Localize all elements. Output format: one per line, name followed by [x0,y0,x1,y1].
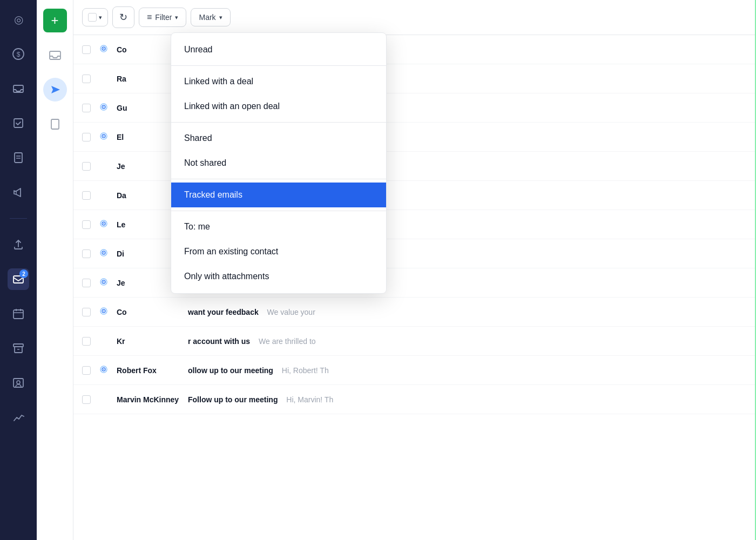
nav-divider-1 [10,218,27,219]
filter-to-me-label: To: me [184,222,210,232]
row-7-checkbox[interactable] [82,249,91,258]
mail-nav-icon[interactable]: 2 [8,268,29,290]
filter-chevron-icon: ▾ [175,14,178,21]
doc-sidebar-btn[interactable] [43,112,67,136]
checkbox-chevron[interactable]: ▾ [99,14,102,21]
row-1-checkbox[interactable] [82,75,91,83]
filter-attachments-label: Only with attachments [184,272,269,281]
svg-point-36 [103,281,104,282]
filter-dropdown: Unread Linked with a deal Linked with an… [171,32,387,294]
svg-point-27 [103,136,104,137]
svg-rect-9 [14,310,23,319]
svg-rect-18 [51,119,59,129]
svg-point-30 [103,223,104,224]
track-icon-3 [97,132,110,142]
calendar-icon[interactable] [8,303,29,325]
document-icon[interactable] [8,147,29,168]
sender-9: Co [117,308,181,316]
preview-9: We value your [265,308,315,316]
chart-icon[interactable] [8,407,29,428]
svg-point-21 [103,48,104,49]
filter-linked-deal[interactable]: Linked with a deal [171,69,386,94]
inbox-sidebar-btn[interactable] [43,43,67,67]
email-row-11[interactable]: Robert Fox ollow up to our meeting Hi, R… [73,356,755,385]
svg-text:$: $ [17,51,21,58]
filter-shared[interactable]: Shared [171,126,386,151]
contacts-icon[interactable] [8,372,29,394]
dollar-icon[interactable]: $ [8,43,29,65]
inbox-icon[interactable] [8,78,29,99]
upload-icon[interactable] [8,234,29,255]
row-11-checkbox[interactable] [82,366,91,375]
filter-linked-open-deal[interactable]: Linked with an open deal [171,94,386,119]
filter-not-shared[interactable]: Not shared [171,151,386,176]
track-icon-7 [97,249,110,259]
dropdown-divider-1 [171,65,386,66]
subject-9: want your feedback [188,308,259,316]
svg-rect-3 [14,119,23,127]
track-icon-11 [97,366,110,375]
svg-point-39 [103,310,104,312]
track-icon-9 [97,307,110,317]
archive-icon[interactable] [8,338,29,359]
megaphone-icon[interactable] [8,181,29,203]
email-row-10[interactable]: Kr r account with us We are thrilled to [73,327,755,356]
main-content: ▾ ↻ ≡ Filter ▾ Mark ▾ Co ow up to our me… [73,0,756,540]
filter-existing-contact-label: From an existing contact [184,247,278,256]
track-icon-6 [97,220,110,230]
mark-chevron-icon: ▾ [219,14,222,21]
email-row-12[interactable]: Marvin McKinney Follow up to our meeting… [73,385,755,414]
dropdown-divider-3 [171,179,386,179]
filter-unread[interactable]: Unread [171,37,386,62]
dropdown-divider-2 [171,122,386,123]
sender-11: Robert Fox [117,366,181,375]
track-icon-2 [97,103,110,113]
toolbar: ▾ ↻ ≡ Filter ▾ Mark ▾ [73,0,755,35]
row-4-checkbox[interactable] [82,162,91,171]
row-9-checkbox[interactable] [82,308,91,316]
row-6-checkbox[interactable] [82,220,91,229]
svg-rect-15 [14,379,23,387]
row-12-checkbox[interactable] [82,395,91,404]
filter-attachments[interactable]: Only with attachments [171,264,386,289]
mark-button[interactable]: Mark ▾ [191,8,230,26]
filter-to-me[interactable]: To: me [171,214,386,239]
filter-unread-label: Unread [184,45,212,55]
refresh-button[interactable]: ↻ [112,6,134,28]
svg-rect-13 [14,344,23,347]
mark-label: Mark [199,13,215,22]
row-2-checkbox[interactable] [82,104,91,112]
svg-rect-4 [15,153,22,163]
svg-point-24 [103,106,104,107]
filter-shared-label: Shared [184,133,212,143]
dropdown-divider-4 [171,211,386,211]
add-button[interactable]: + [43,9,67,32]
second-sidebar: + [37,0,73,540]
tasks-icon[interactable] [8,112,29,134]
row-5-checkbox[interactable] [82,191,91,200]
row-8-checkbox[interactable] [82,279,91,287]
svg-point-42 [103,369,104,370]
subject-10: r account with us [188,337,250,346]
filter-not-shared-label: Not shared [184,158,226,168]
filter-tracked-emails[interactable]: Tracked emails [171,183,386,207]
sender-10: Kr [117,337,181,346]
email-row-9[interactable]: Co want your feedback We value your [73,298,755,327]
filter-button[interactable]: ≡ Filter ▾ [139,8,186,27]
subject-11: ollow up to our meeting [188,366,273,375]
track-icon-0 [97,45,110,55]
filter-tracked-emails-label: Tracked emails [184,190,242,200]
row-3-checkbox[interactable] [82,133,91,141]
svg-point-33 [103,252,104,253]
subject-12: Follow up to our meeting [188,395,278,404]
preview-11: Hi, Robert! Th [280,366,329,375]
mail-badge: 2 [19,269,28,278]
filter-existing-contact[interactable]: From an existing contact [171,239,386,264]
send-sidebar-btn[interactable] [43,78,67,102]
select-all-checkbox[interactable] [88,13,97,22]
row-0-checkbox[interactable] [82,45,91,54]
filter-linked-open-deal-label: Linked with an open deal [184,102,280,111]
target-icon[interactable]: ◎ [8,9,29,30]
checkbox-area[interactable]: ▾ [82,8,108,26]
row-10-checkbox[interactable] [82,337,91,346]
